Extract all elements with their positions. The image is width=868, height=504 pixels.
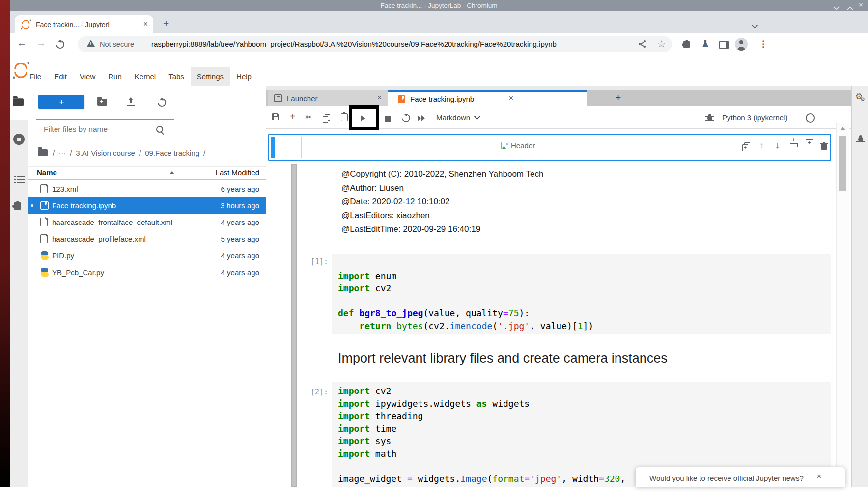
- column-modified[interactable]: Last Modified: [216, 168, 259, 177]
- side-panel-button[interactable]: [719, 41, 729, 51]
- file-row[interactable]: YB_Pcb_Car.py4 years ago: [28, 264, 266, 280]
- kernel-status-button[interactable]: [806, 113, 815, 125]
- beaker-button[interactable]: [702, 40, 708, 49]
- extensions-button[interactable]: [683, 41, 690, 50]
- breadcrumb-segment[interactable]: 09.Face tracking: [145, 149, 199, 157]
- notebook-scrollbar[interactable]: [836, 123, 849, 487]
- new-folder-button[interactable]: [97, 99, 107, 108]
- scroll-up-arrow[interactable]: [840, 127, 845, 130]
- move-cell-up-button[interactable]: ↑: [759, 140, 764, 151]
- file-row[interactable]: 123.xml6 years ago: [28, 180, 266, 197]
- insert-cell-button[interactable]: +: [290, 111, 296, 122]
- sidebar-item-table-of-contents[interactable]: [14, 170, 25, 179]
- copy-cells-button[interactable]: [323, 115, 328, 124]
- filter-files-input[interactable]: Filter files by name: [36, 119, 174, 139]
- forward-button[interactable]: →: [36, 37, 46, 49]
- code-cell-1[interactable]: import enumimport cv2 def bgr8_to_jpeg(v…: [332, 254, 831, 334]
- tab-face-tracking[interactable]: Face tracking.ipynb ×: [388, 90, 587, 106]
- run-cell-button[interactable]: [361, 114, 365, 123]
- menu-item-help[interactable]: Help: [230, 67, 258, 86]
- upload-button[interactable]: [127, 97, 135, 108]
- kernel-idle-icon: [806, 113, 815, 123]
- cell-type-dropdown[interactable]: Markdown: [436, 112, 479, 123]
- move-cell-down-button[interactable]: ↓: [775, 140, 780, 151]
- sidebar-item-running-kernels[interactable]: [13, 134, 25, 147]
- back-button[interactable]: ←: [17, 37, 27, 49]
- sidebar-item-filebrowser[interactable]: [13, 99, 23, 108]
- file-list-header[interactable]: Name Last Modified: [28, 166, 266, 180]
- delete-cell-button[interactable]: [821, 143, 827, 152]
- duplicate-cell-button[interactable]: [743, 143, 748, 152]
- refresh-button[interactable]: [158, 98, 166, 109]
- debugger-button[interactable]: [707, 114, 712, 123]
- reload-icon: [55, 39, 66, 51]
- sidebar-item-debugger[interactable]: [858, 136, 863, 144]
- cut-cells-button[interactable]: ✂: [305, 112, 312, 123]
- python-file-icon: [40, 268, 49, 277]
- window-titlebar[interactable]: Face trackin... - JupyterLab - Chromium: [10, 0, 868, 11]
- toast-close-button[interactable]: ×: [817, 472, 821, 481]
- file-file-icon: [40, 218, 48, 226]
- insert-cell-above-button[interactable]: [790, 139, 798, 149]
- file-row[interactable]: haarcascade_frontalface_default.xml4 yea…: [28, 214, 266, 230]
- menu-item-kernel[interactable]: Kernel: [128, 67, 162, 86]
- file-row[interactable]: Face tracking.ipynb3 hours ago: [28, 197, 266, 214]
- tab-face-tracking-close[interactable]: ×: [509, 94, 513, 103]
- file-row[interactable]: haarcascade_profileface.xml5 years ago: [28, 230, 266, 247]
- code-line: [338, 295, 831, 308]
- profile-button[interactable]: [735, 38, 748, 53]
- copyright-markdown-cell[interactable]: @Copyright (C): 2010-2022, Shenzhen Yahb…: [341, 168, 543, 236]
- cell-collapser[interactable]: [271, 137, 275, 158]
- security-label[interactable]: Not secure: [100, 40, 134, 48]
- share-button[interactable]: [639, 40, 646, 50]
- window-shade-button[interactable]: [834, 2, 839, 11]
- add-tab-button[interactable]: +: [616, 92, 621, 103]
- breadcrumb-segment[interactable]: 3.AI Vision course: [76, 149, 135, 157]
- file-row[interactable]: PID.py4 years ago: [28, 247, 266, 264]
- browser-new-tab-button[interactable]: +: [163, 18, 169, 29]
- reload-button[interactable]: [56, 40, 64, 51]
- news-toast[interactable]: Would you like to receive official Jupyt…: [636, 467, 845, 487]
- tab-launcher-close[interactable]: ×: [377, 93, 382, 102]
- home-folder-icon[interactable]: [38, 149, 48, 156]
- window-close-button[interactable]: ×: [859, 0, 863, 9]
- menu-item-view[interactable]: View: [73, 67, 102, 86]
- running-kernels-icon: [13, 134, 25, 145]
- file-modified: 4 years ago: [221, 268, 259, 277]
- restart-kernel-button[interactable]: [402, 114, 410, 124]
- tab-search-button[interactable]: [753, 21, 757, 29]
- header-markdown-cell[interactable]: Header ↑ ↓: [268, 134, 831, 161]
- menu-item-edit[interactable]: Edit: [48, 67, 73, 86]
- bookmark-button[interactable]: ☆: [657, 38, 666, 50]
- not-secure-icon[interactable]: [87, 40, 95, 49]
- sidebar-item-extensions[interactable]: [14, 202, 21, 212]
- menu-item-settings[interactable]: Settings: [191, 67, 230, 86]
- kernel-name[interactable]: Python 3 (ipykernel): [722, 113, 787, 122]
- interrupt-kernel-button[interactable]: [385, 115, 391, 124]
- insert-cell-below-button[interactable]: [806, 136, 813, 146]
- column-name[interactable]: Name: [37, 168, 57, 177]
- cell-gutter-scrollbar[interactable]: [291, 164, 297, 487]
- sidebar-item-property-inspector[interactable]: ⚙ ⚙: [855, 91, 863, 102]
- browser-menu-button[interactable]: ⋮: [759, 39, 767, 49]
- browser-tab-close[interactable]: ×: [143, 20, 148, 28]
- breadcrumb-items: /···/3.AI Vision course/09.Face tracking…: [53, 149, 209, 157]
- paste-cells-button[interactable]: [341, 113, 348, 123]
- python-file-icon: [40, 251, 49, 260]
- menu-item-run[interactable]: Run: [102, 67, 128, 86]
- restart-icon: [400, 112, 412, 124]
- restart-run-all-button[interactable]: [418, 114, 426, 123]
- menu-item-file[interactable]: File: [23, 67, 48, 86]
- url-text[interactable]: raspberrypi:8889/lab/tree/Yahboom_projec…: [151, 40, 557, 48]
- breadcrumb-segment[interactable]: ···: [58, 149, 66, 157]
- new-launcher-button[interactable]: +: [38, 95, 84, 109]
- save-button[interactable]: [272, 113, 279, 122]
- tab-launcher[interactable]: Launcher ×: [268, 90, 388, 106]
- dock-top-gap: [266, 86, 851, 90]
- menu-item-tabs[interactable]: Tabs: [162, 67, 191, 86]
- play-icon: [361, 115, 365, 121]
- scrollbar-thumb[interactable]: [839, 136, 846, 191]
- section-heading[interactable]: Import relevant library files and create…: [338, 351, 668, 366]
- toc-icon: [17, 176, 25, 178]
- browser-tab[interactable]: Face trackin... - JupyterL ×: [15, 15, 153, 33]
